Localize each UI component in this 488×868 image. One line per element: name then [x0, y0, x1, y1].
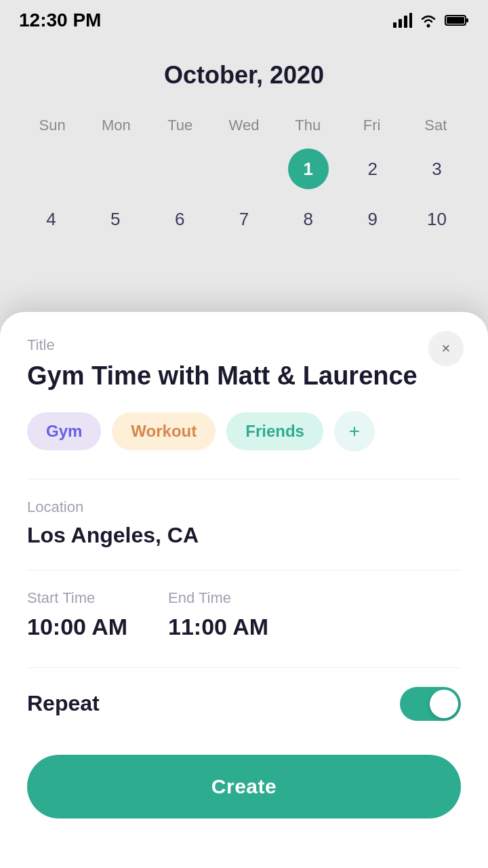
tags-row: Gym Workout Friends +	[27, 411, 461, 452]
weekday-sun: Sun	[20, 117, 84, 134]
tag-workout[interactable]: Workout	[112, 412, 216, 450]
calendar-day-empty	[149, 145, 211, 193]
repeat-row: Repeat	[27, 687, 461, 721]
status-time: 12:30 PM	[19, 9, 101, 31]
calendar-day-5[interactable]: 5	[85, 195, 146, 243]
calendar-day-10[interactable]: 10	[406, 195, 468, 243]
start-time-value: 10:00 AM	[27, 614, 127, 640]
calendar-day-empty	[85, 145, 146, 193]
weekday-sat: Sat	[404, 117, 468, 134]
weekday-thu: Thu	[276, 117, 340, 134]
calendar-day-9[interactable]: 9	[342, 195, 403, 243]
calendar-days: 1 2 3 4 5 6 7 8 9 10	[20, 145, 468, 243]
status-icons	[393, 13, 469, 28]
weekday-wed: Wed	[212, 117, 276, 134]
svg-rect-3	[409, 13, 412, 28]
end-time-value: 11:00 AM	[168, 614, 268, 640]
toggle-thumb	[430, 690, 458, 718]
add-tag-button[interactable]: +	[334, 411, 375, 452]
status-bar: 12:30 PM	[0, 0, 488, 37]
time-row: Start Time 10:00 AM End Time 11:00 AM	[27, 589, 461, 640]
calendar-day-3[interactable]: 3	[406, 145, 468, 193]
location-label: Location	[27, 498, 461, 516]
svg-rect-1	[399, 19, 402, 28]
divider-1	[27, 479, 461, 479]
repeat-toggle[interactable]	[400, 687, 461, 721]
close-button[interactable]: ×	[428, 331, 464, 366]
weekday-mon: Mon	[84, 117, 148, 134]
tag-friends[interactable]: Friends	[226, 412, 323, 450]
divider-2	[27, 570, 461, 570]
calendar-day-6[interactable]: 6	[149, 195, 211, 243]
calendar-day-empty	[214, 145, 275, 193]
divider-3	[27, 667, 461, 668]
battery-icon	[445, 14, 469, 27]
svg-rect-6	[447, 17, 464, 24]
start-time-label: Start Time	[27, 589, 127, 607]
repeat-label: Repeat	[27, 691, 100, 716]
svg-point-4	[427, 24, 430, 28]
calendar-day-8[interactable]: 8	[277, 195, 339, 243]
calendar-day-empty	[20, 145, 82, 193]
calendar-weekdays: Sun Mon Tue Wed Thu Fri Sat	[20, 117, 468, 134]
svg-rect-2	[404, 16, 407, 28]
weekday-fri: Fri	[340, 117, 403, 134]
signal-icon	[393, 13, 412, 28]
end-time-block: End Time 11:00 AM	[168, 589, 268, 640]
title-label: Title	[27, 336, 461, 354]
create-button[interactable]: Create	[27, 755, 461, 818]
event-modal: × Title Gym Time with Matt & Laurence Gy…	[0, 312, 488, 868]
calendar-day-2[interactable]: 2	[342, 145, 403, 193]
tag-gym[interactable]: Gym	[27, 412, 101, 450]
calendar-day-1[interactable]: 1	[277, 145, 339, 193]
calendar-day-4[interactable]: 4	[20, 195, 82, 243]
weekday-tue: Tue	[148, 117, 212, 134]
end-time-label: End Time	[168, 589, 268, 607]
svg-rect-0	[393, 22, 396, 28]
event-title: Gym Time with Matt & Laurence	[27, 361, 461, 392]
location-value: Los Angeles, CA	[27, 523, 461, 548]
start-time-block: Start Time 10:00 AM	[27, 589, 127, 640]
calendar-title: October, 2020	[20, 61, 468, 90]
calendar-day-7[interactable]: 7	[214, 195, 275, 243]
wifi-icon	[419, 13, 438, 28]
svg-rect-7	[466, 18, 468, 22]
